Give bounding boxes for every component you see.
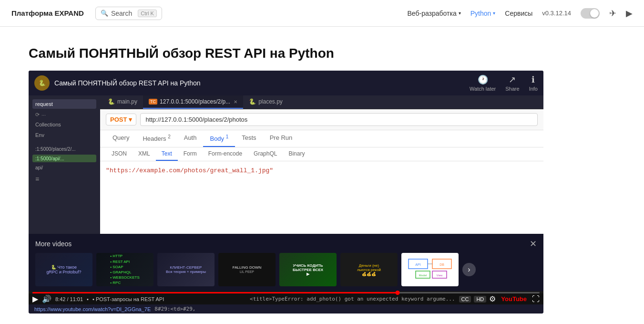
body-editor[interactable]: "https://example.com/photos/great_wall_1… — [100, 161, 543, 234]
body-tab-text[interactable]: Text — [156, 147, 178, 161]
tab-places-py[interactable]: 🐍 places.py — [243, 95, 288, 109]
top-navigation: Платформа EXPAND 🔍 Search Ctrl K Веб-раз… — [0, 0, 644, 27]
body-tab-form-encode[interactable]: Form-encode — [203, 147, 248, 161]
youtube-top-bar: 🐍 Самый ПОНЯТНЫЙ обзор REST API на Pytho… — [29, 71, 543, 95]
controls-right: CC HD ⚙ YouTube ⛶ — [459, 294, 540, 303]
more-videos-title: More videos — [35, 240, 72, 248]
video-thumbnails: 🐍 Что такоеgRPC и Protobuf? • HTTP• REST… — [35, 253, 537, 286]
more-videos-close-button[interactable]: ✕ — [530, 239, 537, 249]
tab-127-url[interactable]: TC 127.0.0.1:5000/places/2/p... ✕ — [143, 95, 243, 109]
nav-python-label: Python — [470, 10, 491, 17]
cc-button[interactable]: CC — [459, 296, 471, 303]
nav-web-dev[interactable]: Веб-разработка ▾ — [407, 10, 460, 17]
play-button[interactable]: ▶ — [32, 294, 38, 303]
share-label: Share — [505, 86, 519, 92]
watch-later-label: Watch later — [470, 86, 496, 92]
video-thumb-2[interactable]: • HTTP• REST API• SOAP• GRAPHQL• WEBSOCK… — [96, 253, 153, 286]
hd-button[interactable]: HD — [474, 296, 486, 303]
http-tab-prerun[interactable]: Pre Run — [263, 130, 299, 147]
tab-label-places-py: places.py — [258, 98, 283, 105]
info-label: Info — [529, 86, 538, 92]
http-tab-auth[interactable]: Auth — [177, 130, 204, 147]
http-tab-query[interactable]: Query — [106, 130, 136, 147]
bottom-status-bar: https://www.youtube.com/watch?v=DI_2GGna… — [29, 304, 543, 314]
video-progress-fill — [32, 292, 398, 293]
http-method-selector[interactable]: POST ▾ — [106, 114, 136, 125]
http-tab-headers[interactable]: Headers 2 — [136, 130, 177, 147]
sidebar-url-item-1[interactable]: :1:5000/places/2/... — [32, 145, 96, 154]
sidebar-item-env[interactable]: Env — [32, 130, 96, 140]
tab-main-py[interactable]: 🐍 main.py — [102, 95, 143, 109]
share-icon: ↗ — [509, 74, 516, 85]
body-tab-binary[interactable]: Binary — [283, 147, 310, 161]
video-controls: ▶ 🔊 8:42 / 11:01 • • POST-запросы на RES… — [29, 293, 543, 304]
search-label: Search — [111, 10, 132, 17]
sidebar-item-request[interactable]: request — [32, 99, 96, 109]
nav-web-dev-label: Веб-разработка — [407, 10, 456, 17]
video-thumb-5[interactable]: УЧИСЬ КОДИТЬБЫСТРЕЕ ВСЕХ▶ — [279, 253, 337, 286]
http-method-label: POST — [110, 116, 127, 123]
next-videos-button[interactable]: › — [462, 263, 476, 276]
sidebar-request-actions: ⟳ ··· — [32, 110, 96, 120]
svg-text:DB: DB — [440, 263, 444, 266]
video-thumb-1[interactable]: 🐍 Что такоеgRPC и Protobuf? — [35, 253, 92, 286]
search-icon: 🔍 — [101, 10, 108, 17]
watch-later-button[interactable]: 🕐 Watch later — [470, 74, 496, 92]
http-request-tabs: Query Headers 2 Auth Body 1 Tests Pre Ru… — [100, 130, 543, 147]
tab-label-url: 127.0.0.1:5000/places/2/p... — [160, 98, 230, 105]
page-title: Самый ПОНЯТНЫЙ обзор REST API на Python — [29, 46, 543, 61]
telegram-icon[interactable]: ✈ — [609, 8, 616, 19]
toggle-knob — [590, 9, 599, 18]
nav-services-label: Сервисы — [505, 10, 532, 17]
version-badge: v0.3.12.14 — [542, 10, 571, 17]
sidebar-url-item-2[interactable]: api/ — [32, 163, 96, 172]
tc-icon: TC — [149, 99, 157, 105]
chapter-label: • — [87, 296, 89, 302]
video-thumb-3[interactable]: КЛИЕНТ-СЕРВЕРВся теория + примеры — [157, 253, 215, 286]
video-progress-area — [29, 291, 543, 293]
search-bar[interactable]: 🔍 Search Ctrl K — [95, 7, 162, 20]
youtube-logo-button[interactable]: YouTube — [499, 295, 529, 303]
http-url-input[interactable]: http://127.0.0.1:5000/places/2/photos — [140, 113, 538, 126]
info-button[interactable]: ℹ Info — [529, 74, 538, 92]
volume-button[interactable]: 🔊 — [42, 294, 51, 303]
more-videos-panel: More videos ✕ 🐍 Что такоеgRPC и Protobuf… — [29, 234, 543, 291]
video-thumb-4[interactable]: FALLING DOWNLIL PEEP — [218, 253, 276, 286]
body-tab-form[interactable]: Form — [178, 147, 203, 161]
youtube-icon[interactable]: ▶ — [626, 8, 633, 19]
http-tab-tests[interactable]: Tests — [235, 130, 263, 147]
chevron-down-icon: ▾ — [459, 10, 461, 16]
http-tab-body[interactable]: Body 1 — [203, 130, 235, 147]
sidebar-item-collections[interactable]: Collections — [32, 120, 96, 129]
yt-top-actions: 🕐 Watch later ↗ Share ℹ Info — [470, 74, 538, 92]
video-progress-track[interactable] — [32, 292, 540, 293]
sidebar-menu-icon[interactable]: ≡ — [32, 173, 96, 185]
video-inner: 🐍 Самый ПОНЯТНЫЙ обзор REST API на Pytho… — [29, 71, 543, 304]
svg-text:API: API — [415, 263, 420, 266]
python-file-icon-2: 🐍 — [249, 98, 256, 105]
theme-toggle[interactable] — [581, 8, 600, 19]
video-thumb-6[interactable]: Деньги (не)льются рекой💰💰💰 — [340, 253, 398, 286]
nav-services[interactable]: Сервисы — [505, 10, 532, 17]
body-tab-graphql[interactable]: GraphQL — [248, 147, 283, 161]
fullscreen-button[interactable]: ⛶ — [532, 295, 540, 303]
video-thumb-7[interactable]: API DB Model View — [401, 253, 459, 286]
settings-button[interactable]: ⚙ — [489, 294, 496, 303]
time-display: 8:42 / 11:01 — [55, 296, 83, 302]
share-button[interactable]: ↗ Share — [505, 74, 519, 92]
svg-text:View: View — [437, 274, 443, 277]
tab-close-icon[interactable]: ✕ — [234, 99, 237, 105]
progress-thumb — [396, 291, 400, 295]
body-tab-xml[interactable]: XML — [133, 147, 156, 161]
nav-python[interactable]: Python ▾ — [470, 10, 496, 17]
http-method-chevron: ▾ — [129, 116, 132, 123]
sidebar-url-highlight[interactable]: :1:5000/api/... — [32, 155, 96, 162]
python-file-icon: 🐍 — [108, 98, 115, 105]
body-tab-json[interactable]: JSON — [106, 147, 133, 161]
sidebar-panel: request ⟳ ··· Collections Env :1:5000/pl… — [29, 95, 100, 234]
bottom-code-line: 8#29:<td>#29, — [154, 306, 195, 312]
bottom-url: https://www.youtube.com/watch?v=DI_2GGna… — [34, 306, 151, 312]
main-editor-panel: 🐍 main.py TC 127.0.0.1:5000/places/2/p..… — [100, 95, 543, 234]
info-icon: ℹ — [532, 74, 535, 85]
tab-label-main-py: main.py — [117, 98, 137, 105]
